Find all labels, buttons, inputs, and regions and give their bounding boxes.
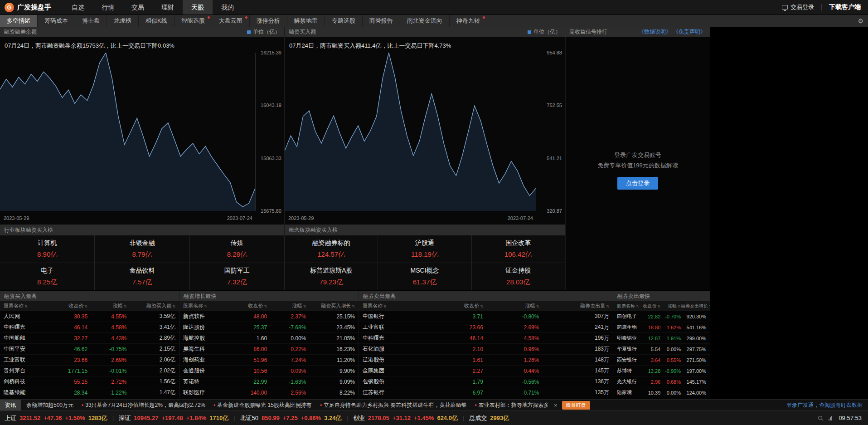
tab-专题选股[interactable]: 专题选股 [325,15,363,27]
download-client-button[interactable]: 下载客户端 [829,3,861,11]
table-row[interactable]: 明泰铝业12.87-1.91%299.00% [613,333,710,344]
board-cell-传媒[interactable]: 传媒8.28亿 [190,235,284,263]
col-header-融券卖出量[interactable]: 融券卖出量⇅ [539,303,613,309]
board-cell-MSCI概念[interactable]: MSCI概念61.37亿 [378,263,471,290]
news-tab[interactable]: 资讯 [0,400,21,410]
table-row[interactable]: 剑桥科技55.152.72%1.56亿 [0,376,179,387]
col-header-收盘价[interactable]: 收盘价⇅ [228,303,267,309]
table-row[interactable]: 海航控股1.600.00%21.05% [179,333,359,344]
data-explanation-link[interactable]: 《数据说明》 [639,28,671,36]
table-row[interactable]: 包钢股份1.79-0.56%136万 [359,376,613,387]
menu-item-行情[interactable]: 行情 [93,0,123,15]
table-row[interactable]: 华夏银行5.540.00%297.75% [613,344,710,355]
login-link[interactable]: 登录广发通，查阅股哥盯盘数据 [786,401,863,409]
ticker-item[interactable]: •33只基金7月24日净值增长超2%，最高回报2.72% [82,401,205,409]
col-header-收盘价[interactable]: 收盘价⇅ [640,303,660,309]
menu-item-我的[interactable]: 我的 [213,0,242,15]
table-row[interactable]: 江苏银行6.97-0.71%135万 [359,387,613,398]
table-row[interactable]: 苏博特13.28-0.90%197.00% [613,366,710,376]
tab-大盘云图[interactable]: 大盘云图 [212,15,250,27]
tab-筹码成本[interactable]: 筹码成本 [38,15,75,27]
col-header-涨幅[interactable]: 涨幅⇅ [660,303,681,309]
col-header-涨幅[interactable]: 涨幅⇅ [483,303,539,309]
col-header-收盘价[interactable]: 收盘价⇅ [48,303,87,309]
tab-商誉报告[interactable]: 商誉报告 [363,15,400,27]
search-icon[interactable] [818,416,822,420]
col-header-股票名称[interactable]: 股票名称⇅ [359,303,427,309]
board-cell-计算机[interactable]: 计算机8.90亿 [0,235,94,263]
table-row[interactable]: 金隅集团2.270.44%145万 [359,366,613,376]
col-header-涨幅[interactable]: 涨幅⇅ [87,303,126,309]
table-row[interactable]: 西安银行3.640.55%271.50% [613,355,710,366]
table-row[interactable]: 辽港股份1.611.26%148万 [359,355,613,366]
disclaimer-link[interactable]: 《免责声明》 [673,28,706,36]
table-row[interactable]: 四创电子22.82-0.70%920.30% [613,311,710,322]
table-row[interactable]: 昊海生科86.000.22%16.23% [179,344,359,355]
table-row[interactable]: 会通股份10.560.09%9.90% [179,366,359,376]
col-header-融资买入增长[interactable]: 融资买入增长⇅ [306,303,359,309]
index-总成交[interactable]: 总成交2993亿 [469,414,509,422]
board-cell-证金持股[interactable]: 证金持股28.03亿 [472,263,565,290]
tab-解禁地雷[interactable]: 解禁地雷 [287,15,325,27]
index-北证50[interactable]: 北证50850.99+7.25+0.86%3.24亿 [240,414,342,422]
board-cell-食品饮料[interactable]: 食品饮料7.57亿 [95,263,189,290]
board-cell-国企改革[interactable]: 国企改革106.42亿 [472,235,565,263]
table-row[interactable]: 英诺特22.99-1.63%9.09% [179,376,359,387]
col-header-融券卖出增长[interactable]: 融券卖出增长⇅ [681,303,710,309]
col-header-涨幅[interactable]: 涨幅⇅ [267,303,306,309]
table-row[interactable]: 中国船舶32.274.43%2.89亿 [0,333,179,344]
table-row[interactable]: 人民网30.354.55%3.59亿 [0,311,179,322]
board-cell-融资融券标的[interactable]: 融资融券标的124.57亿 [285,235,378,263]
table-row[interactable]: 新点软件48.002.37%25.15% [179,311,359,322]
close-icon[interactable]: × [554,402,558,409]
ticker-item[interactable]: •农业农村部：指导地方探索多样化途径发展新型农村集体经济 [475,401,548,409]
table-row[interactable]: 中科曙光46.144.58%3.41亿 [0,322,179,333]
table-row[interactable]: 工业富联23.662.69%2.06亿 [0,355,179,366]
index-上证[interactable]: 上证3211.52+47.36+1.50%1283亿 [5,414,107,422]
tab-涨停分析[interactable]: 涨停分析 [250,15,287,27]
table-row[interactable]: 中科曙光46.144.58%196万 [359,333,613,344]
index-创业[interactable]: 创业2178.05+31.12+1.45%624.0亿 [353,414,458,422]
index-深证[interactable]: 深证10945.27+197.48+1.84%1710亿 [119,414,228,422]
ticker-item[interactable]: •立足自身特色助力乡村振兴 奏芯科技搭建牛栏，黄花菜晒够 [320,401,467,409]
tab-龙虎榜[interactable]: 龙虎榜 [107,15,139,27]
col-header-融资买入额[interactable]: 融资买入额⇅ [126,303,179,309]
tab-博士盘[interactable]: 博士盘 [75,15,107,27]
table-row[interactable]: 联影医疗140.002.56%8.22% [179,387,359,398]
menu-item-自选[interactable]: 自选 [63,0,93,15]
login-button[interactable]: 点击登录 [617,177,658,190]
table-row[interactable]: 光大银行2.960.68%145.17% [613,376,710,387]
board-cell-国防军工[interactable]: 国防军工7.32亿 [190,263,284,290]
col-header-股票名称[interactable]: 股票名称⇅ [613,303,640,309]
table-row[interactable]: 贵州茅台1771.15-0.01%2.02亿 [0,366,179,376]
table-row[interactable]: 工业富联23.662.69%241万 [359,322,613,333]
trade-login-button[interactable]: 交易登录 [790,3,814,11]
gear-icon[interactable]: ⚙ [858,17,863,24]
board-cell-电子[interactable]: 电子8.25亿 [0,263,94,290]
col-header-股票名称[interactable]: 股票名称⇅ [179,303,228,309]
menu-item-天眼[interactable]: 天眼 [183,0,213,15]
promo-badge[interactable]: 股哥盯盘 [562,401,590,410]
tab-相似K线[interactable]: 相似K线 [139,15,175,27]
board-cell-标普道琼斯A股[interactable]: 标普道琼斯A股79.23亿 [285,263,378,290]
tab-智能选股[interactable]: 智能选股 [175,15,212,27]
col-header-股票名称[interactable]: 股票名称⇅ [0,303,48,309]
table-row[interactable]: 隆达股份25.37-7.68%23.45% [179,322,359,333]
table-row[interactable]: 海创药业51.967.24%11.20% [179,355,359,366]
table-row[interactable]: 中国平安46.62-0.75%2.15亿 [0,344,179,355]
board-cell-沪股通[interactable]: 沪股通118.19亿 [378,235,471,263]
ticker-item[interactable]: 余额增加超500万元 [26,401,73,409]
table-row[interactable]: 陆家嘴10.390.00%124.00% [613,387,710,398]
menu-item-交易[interactable]: 交易 [123,0,153,15]
table-row[interactable]: 石化油服2.100.96%183万 [359,344,613,355]
board-cell-非银金融[interactable]: 非银金融8.79亿 [95,235,189,263]
tab-多空情绪[interactable]: 多空情绪 [0,15,38,27]
menu-item-理财[interactable]: 理财 [153,0,183,15]
table-row[interactable]: 隆基绿能28.34-1.22%1.47亿 [0,387,179,398]
tab-神奇九转[interactable]: 神奇九转 [450,15,487,27]
ticker-item[interactable]: •基金新建仓股票曝光 15股获高比例持有 [213,401,312,409]
table-row[interactable]: 药康生物18.801.62%541.16% [613,322,710,333]
tab-南北资金流向[interactable]: 南北资金流向 [400,15,450,27]
table-row[interactable]: 中国银行3.71-0.80%307万 [359,311,613,322]
col-header-收盘价[interactable]: 收盘价⇅ [427,303,483,309]
